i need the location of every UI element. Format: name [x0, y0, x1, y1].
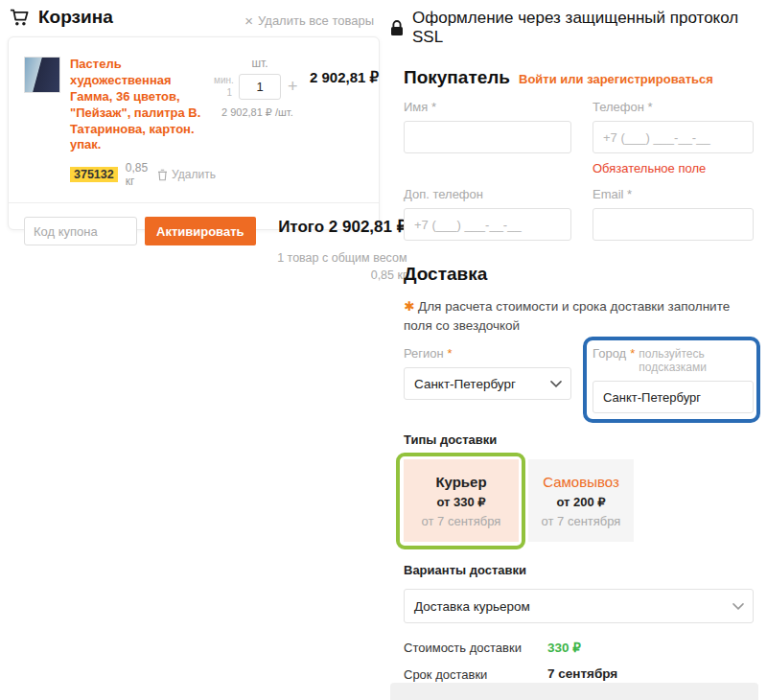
phone-label: Телефон *	[593, 100, 754, 114]
email-field-group: Email *	[593, 175, 754, 241]
checkout-page: Корзина × Удалить все товары Пастель худ…	[0, 0, 767, 700]
required-field-error: Обязательное поле	[593, 161, 754, 175]
customer-heading: Покупатель	[404, 67, 510, 88]
name-field[interactable]	[404, 121, 571, 153]
delivery-cost-row: Стоимость доставки 330 ₽	[404, 640, 754, 655]
pickup-price: от 200 ₽	[534, 495, 628, 509]
cart-column: Корзина × Удалить все товары Пастель худ…	[0, 0, 384, 700]
name-field-group: Имя *	[404, 88, 571, 175]
name-label: Имя *	[404, 100, 571, 114]
city-label: Город* пользуйтесь подсказками	[593, 346, 754, 374]
next-section-bar[interactable]	[390, 683, 758, 700]
delivery-cost-value: 330 ₽	[547, 640, 581, 655]
checkout-title: Оформление через защищенный протокол SSL	[412, 9, 767, 47]
region-field-group: Регион * Санкт-Петербург	[404, 335, 571, 413]
cart-total: Итого 2 902,81 ₽	[256, 217, 407, 237]
delivery-type-courier[interactable]: Курьер от 330 ₽ от 7 сентября	[404, 459, 519, 542]
phone-field-group: Телефон * Обязательное поле	[593, 88, 754, 175]
email-field[interactable]	[593, 208, 754, 241]
line-total: 2 902,81 ₽	[310, 57, 379, 188]
coupon-row: Активировать Итого 2 902,81 ₽ 1 товар с …	[9, 203, 379, 284]
delivery-variant-select[interactable]: Доставка курьером	[404, 589, 754, 623]
coupon-input[interactable]	[24, 217, 137, 245]
cart-icon	[10, 8, 30, 27]
cart-card: Пастель художественная Гамма, 36 цветов,…	[8, 36, 380, 230]
courier-date: от 7 сентября	[409, 514, 513, 528]
pickup-date: от 7 сентября	[534, 514, 628, 528]
plus-icon[interactable]: +	[288, 77, 298, 97]
cart-summary: 1 товар с общим весом 0,85 кг	[256, 249, 407, 284]
alt-phone-field-group: Доп. телефон	[404, 175, 571, 241]
delivery-type-cards: Курьер от 330 ₽ от 7 сентября Самовывоз …	[404, 459, 754, 542]
min-qty-note: мин. 1	[214, 75, 232, 99]
cart-header: Корзина	[10, 7, 113, 28]
city-field-group: Город* пользуйтесь подсказками	[593, 335, 754, 413]
delivery-heading: Доставка	[404, 264, 487, 285]
product-info: Пастель художественная Гамма, 36 цветов,…	[70, 57, 214, 188]
sku-badge: 375132	[70, 167, 118, 182]
clear-cart-button[interactable]: × Удалить все товары	[244, 13, 374, 28]
cart-total-block: Итого 2 902,81 ₽ 1 товар с общим весом 0…	[256, 217, 407, 284]
courier-name: Курьер	[409, 474, 513, 490]
checkout-form: Покупатель Войти или зарегистрироваться …	[388, 67, 767, 700]
city-field[interactable]	[593, 381, 754, 413]
phone-field[interactable]	[593, 121, 754, 153]
product-title-link[interactable]: Пастель художественная Гамма, 36 цветов,…	[70, 57, 214, 153]
email-label: Email *	[593, 187, 754, 201]
delivery-type-pickup[interactable]: Самовывоз от 200 ₽ от 7 сентября	[528, 459, 634, 542]
city-hint: пользуйтесь подсказками	[639, 347, 754, 374]
chevron-down-icon	[732, 602, 744, 610]
delete-item-button[interactable]: Удалить	[157, 168, 216, 181]
region-label: Регион *	[404, 346, 571, 361]
quantity-stepper[interactable]	[239, 74, 281, 100]
delivery-types-heading: Типы доставки	[404, 432, 754, 447]
alt-phone-field[interactable]	[404, 208, 571, 241]
unit-label: шт.	[239, 57, 281, 70]
login-link[interactable]: Войти или зарегистрироваться	[519, 72, 713, 86]
delivery-term-value: 7 сентября	[547, 666, 754, 681]
pickup-name: Самовывоз	[534, 474, 628, 490]
trash-icon	[157, 169, 168, 181]
delivery-note: ✱ Для расчета стоимости и срока доставки…	[404, 297, 754, 335]
product-thumbnail[interactable]	[24, 57, 60, 93]
item-weight: 0,85 кг	[126, 161, 148, 188]
unit-price: 2 902,81 ₽ /шт.	[221, 106, 310, 119]
courier-price: от 330 ₽	[409, 495, 513, 509]
close-icon: ×	[244, 13, 253, 28]
delete-item-label: Удалить	[172, 168, 216, 181]
lock-icon	[390, 20, 404, 36]
chevron-down-icon	[550, 380, 562, 387]
checkout-column: Оформление через защищенный протокол SSL…	[388, 0, 767, 700]
product-meta-row: 375132 0,85 кг Удалить	[70, 161, 214, 188]
alt-phone-label: Доп. телефон	[404, 187, 571, 201]
region-select[interactable]: Санкт-Петербург	[404, 367, 571, 400]
checkout-header: Оформление через защищенный протокол SSL	[388, 0, 767, 47]
delivery-variants-heading: Варианты доставки	[404, 563, 754, 577]
quantity-block: шт. мин. 1 + 2 902,81 ₽ /шт.	[214, 57, 310, 188]
delivery-cost-label: Стоимость доставки	[404, 640, 547, 655]
cart-item: Пастель художественная Гамма, 36 цветов,…	[9, 37, 379, 188]
clear-cart-label: Удалить все товары	[258, 13, 374, 28]
cart-title: Корзина	[38, 7, 113, 28]
asterisk-icon: ✱	[404, 299, 414, 314]
activate-coupon-button[interactable]: Активировать	[145, 217, 256, 245]
